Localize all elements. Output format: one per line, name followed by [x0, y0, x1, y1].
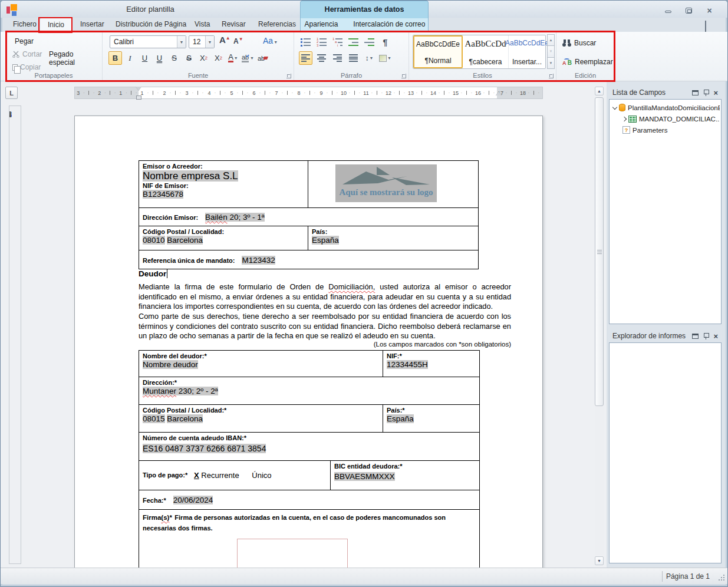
tipo-pago-cell[interactable]: Tipo de pago:* X Recurrente Único	[139, 461, 331, 490]
direccion-deudor-cell[interactable]: Dirección:* Muntaner 230; 2º - 2ª	[139, 377, 222, 404]
tab-referencias[interactable]: Referencias	[251, 18, 304, 32]
pais-emisor-cell[interactable]: País: España	[308, 226, 478, 250]
double-underline-button[interactable]: U	[153, 51, 166, 65]
pin-icon[interactable]	[703, 333, 709, 339]
cp-emisor-field[interactable]: 08010	[143, 236, 165, 245]
align-center-button[interactable]	[315, 51, 328, 65]
direccion-deudor-field[interactable]: Muntaner 230; 2º - 2ª	[143, 387, 218, 395]
font-dialog-launcher-icon[interactable]	[286, 74, 291, 78]
tree-node-table[interactable]: MANDATO_DOMICILIAC...	[611, 113, 720, 124]
restore-button[interactable]	[681, 6, 696, 15]
align-left-button[interactable]	[299, 51, 312, 65]
iban-field[interactable]: ES16 0487 3737 6266 6871 3854	[143, 444, 266, 453]
multilevel-list-button[interactable]: 1 a i	[331, 35, 344, 49]
align-right-button[interactable]	[331, 51, 344, 65]
nif-emisor-field[interactable]: B12345678	[143, 190, 183, 199]
text-highlight-button[interactable]: ab▼	[241, 51, 255, 65]
first-line-indent-marker[interactable]	[136, 87, 141, 91]
collapse-ribbon-button[interactable]	[705, 22, 714, 29]
h-ruler[interactable]: 3··2··1·· 1··2··3··4··5··6··7··8··9··10·…	[74, 87, 543, 99]
bold-button[interactable]: B	[108, 51, 122, 65]
referencia-field[interactable]: M123432	[242, 256, 275, 265]
subscript-button[interactable]: X2	[212, 51, 225, 65]
underline-button[interactable]: U	[138, 51, 151, 65]
pin-icon[interactable]	[703, 90, 709, 96]
tab-vista[interactable]: Vista	[187, 18, 218, 32]
numbered-list-button[interactable]: 1 2 3	[315, 35, 328, 49]
left-indent-marker[interactable]	[136, 95, 141, 100]
change-case-button[interactable]: Aa▼	[263, 36, 278, 45]
firma-cell[interactable]: Firma(s)* Firma de personas autorizadas …	[139, 510, 479, 568]
fecha-field[interactable]: 20/06/2024	[173, 496, 213, 504]
nif-deudor-field[interactable]: 12334455H	[387, 360, 428, 369]
shading-button[interactable]: ▼	[378, 51, 392, 65]
signature-box[interactable]	[237, 539, 348, 568]
unico-label[interactable]: Único	[252, 471, 271, 480]
cut-button[interactable]: Cortar	[10, 49, 44, 60]
line-spacing-button[interactable]: ↕▼	[363, 51, 376, 65]
v-ruler[interactable]: 21 12345678910111213141516	[9, 105, 21, 564]
clear-formatting-button[interactable]: ab	[256, 51, 269, 65]
emisor-cell[interactable]: Emisor o Acreedor: Nombre empresa S.L NI…	[139, 161, 308, 207]
chevron-collapsed-icon[interactable]	[622, 116, 627, 121]
close-icon[interactable]: ×	[713, 333, 718, 339]
mandate-paragraph-2[interactable]: Como parte de sus derechos, tiene derech…	[139, 312, 511, 341]
bullet-list-button[interactable]	[299, 35, 312, 49]
referencia-cell[interactable]: Referencia única de mandato: M123432	[139, 253, 279, 267]
tree-node-parameters[interactable]: ? Parameters	[611, 124, 720, 136]
tab-distribucion[interactable]: Distribución de Página	[108, 18, 194, 32]
show-formatting-marks-button[interactable]: ¶	[378, 35, 392, 49]
pais-deudor-field[interactable]: España	[387, 414, 414, 423]
maximize-panel-icon[interactable]	[692, 334, 699, 339]
decrease-indent-button[interactable]	[347, 35, 360, 49]
gallery-scroll-up-button[interactable]: ▲	[547, 34, 555, 46]
document-scrollbar[interactable]: ▲ ▼	[595, 87, 605, 565]
gallery-scroll-down-button[interactable]: ▼	[547, 45, 555, 57]
style-item-insertar[interactable]: AaBbCcDdEe Insertar...	[509, 35, 545, 68]
tab-stop-selector[interactable]: L	[5, 87, 18, 99]
find-button[interactable]: Buscar	[562, 39, 596, 47]
nif-deudor-cell[interactable]: NIF:* 12334455H	[383, 351, 479, 377]
tab-inicio[interactable]: Inicio	[39, 18, 73, 32]
tab-intercalacion[interactable]: Intercalación de correo	[348, 18, 430, 32]
emisor-field[interactable]: Nombre empresa S.L	[143, 170, 238, 182]
scrollbar-track[interactable]	[595, 97, 604, 555]
styles-dialog-launcher-icon[interactable]	[549, 74, 554, 78]
tab-insertar[interactable]: Insertar	[73, 18, 112, 32]
strikethrough-button[interactable]: S	[167, 51, 181, 65]
minimize-button[interactable]	[661, 6, 676, 15]
direccion-emisor-cell[interactable]: Dirección Emisor: Bailén 20; 3º - 1ª	[139, 210, 268, 224]
pais-deudor-cell[interactable]: País:* España	[383, 405, 479, 432]
tree-node-root[interactable]: PlantillaMandatoDomiciliacionEL	[611, 102, 720, 113]
scroll-up-button[interactable]: ▲	[595, 87, 604, 95]
logo-placeholder[interactable]: Aquí se mostrará su logo	[335, 164, 437, 202]
font-color-button[interactable]: A▼	[226, 51, 240, 65]
document-page[interactable]: Emisor o Acreedor: Nombre empresa S.L NI…	[74, 116, 543, 568]
paste-button[interactable]: Pegar	[12, 36, 36, 47]
justify-button[interactable]	[347, 51, 360, 65]
gallery-more-button[interactable]: ▼	[547, 57, 555, 69]
close-button[interactable]: ×	[702, 6, 717, 15]
scrollbar-thumb[interactable]	[595, 97, 604, 406]
bic-cell[interactable]: BIC entidad deudora:* BBVAESMMXXX	[331, 461, 479, 490]
deudor-heading[interactable]: Deudor	[139, 269, 167, 278]
font-size-combo[interactable]: 12 ▼	[189, 35, 215, 48]
nombre-deudor-cell[interactable]: Nombre del deudor:* Nombre deudor	[139, 351, 383, 377]
cp-deudor-cell[interactable]: Código Postal / Localidad:* 08015 Barcel…	[139, 405, 383, 432]
recurrente-checkbox[interactable]: X	[194, 471, 199, 480]
shrink-font-button[interactable]: A▼	[233, 37, 243, 45]
resize-grip-icon[interactable]	[718, 574, 725, 581]
nombre-deudor-field[interactable]: Nombre deudor	[143, 360, 198, 369]
close-icon[interactable]: ×	[713, 90, 718, 96]
right-indent-marker[interactable]	[496, 91, 502, 95]
tab-apariencia[interactable]: Apariencia	[299, 18, 344, 32]
direccion-emisor-field[interactable]: Bailén 20; 3º - 1ª	[205, 213, 265, 222]
fecha-cell[interactable]: Fecha:* 20/06/2024	[139, 493, 216, 507]
style-item-cabecera[interactable]: AaBbCcDd ¶cabecera	[463, 35, 509, 68]
replace-button[interactable]: AB Reemplazar	[562, 58, 613, 66]
paste-special-button[interactable]: Pegado especial	[47, 49, 102, 68]
scroll-down-button[interactable]: ▼	[595, 556, 604, 565]
style-item-normal[interactable]: AaBbCcDdEe ¶Normal	[413, 35, 463, 68]
double-strikethrough-button[interactable]: S	[182, 51, 196, 65]
increase-indent-button[interactable]	[363, 35, 376, 49]
